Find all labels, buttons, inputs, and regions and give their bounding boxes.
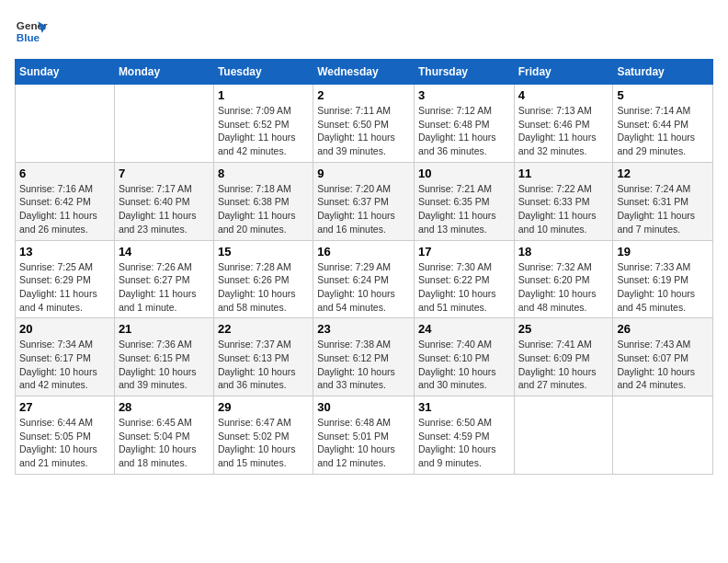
day-number: 12 — [617, 167, 709, 180]
calendar-cell: 29Sunrise: 6:47 AMSunset: 5:02 PMDayligh… — [213, 396, 313, 475]
day-number: 8 — [218, 167, 309, 180]
day-detail: Sunrise: 7:26 AMSunset: 6:27 PMDaylight:… — [119, 260, 210, 315]
day-number: 15 — [218, 245, 309, 259]
calendar-cell: 7Sunrise: 7:17 AMSunset: 6:40 PMDaylight… — [114, 162, 213, 240]
day-detail: Sunrise: 7:13 AMSunset: 6:46 PMDaylight:… — [518, 104, 609, 158]
weekday-header: Thursday — [414, 60, 514, 85]
day-detail: Sunrise: 7:09 AMSunset: 6:52 PMDaylight:… — [218, 104, 309, 158]
calendar-cell: 27Sunrise: 6:44 AMSunset: 5:05 PMDayligh… — [16, 396, 115, 475]
day-number: 16 — [317, 245, 410, 259]
calendar-cell — [16, 85, 115, 163]
day-number: 29 — [218, 400, 309, 414]
calendar-cell: 13Sunrise: 7:25 AMSunset: 6:29 PMDayligh… — [16, 240, 115, 318]
calendar-cell: 18Sunrise: 7:32 AMSunset: 6:20 PMDayligh… — [514, 240, 613, 318]
day-detail: Sunrise: 7:20 AMSunset: 6:37 PMDaylight:… — [317, 182, 410, 236]
day-detail: Sunrise: 7:41 AMSunset: 6:09 PMDaylight:… — [518, 338, 609, 392]
day-detail: Sunrise: 6:44 AMSunset: 5:05 PMDaylight:… — [19, 416, 110, 470]
day-number: 23 — [317, 322, 410, 336]
day-number: 6 — [19, 167, 110, 180]
calendar-cell: 1Sunrise: 7:09 AMSunset: 6:52 PMDaylight… — [213, 85, 313, 163]
day-detail: Sunrise: 6:48 AMSunset: 5:01 PMDaylight:… — [317, 416, 410, 470]
day-number: 10 — [418, 167, 510, 180]
day-detail: Sunrise: 7:16 AMSunset: 6:42 PMDaylight:… — [19, 182, 110, 236]
day-detail: Sunrise: 7:11 AMSunset: 6:50 PMDaylight:… — [317, 104, 410, 158]
day-number: 2 — [317, 88, 410, 102]
calendar-cell: 6Sunrise: 7:16 AMSunset: 6:42 PMDaylight… — [16, 162, 115, 240]
day-detail: Sunrise: 7:33 AMSunset: 6:19 PMDaylight:… — [617, 260, 709, 315]
day-number: 21 — [119, 322, 210, 336]
day-detail: Sunrise: 7:28 AMSunset: 6:26 PMDaylight:… — [218, 260, 309, 315]
day-number: 5 — [617, 88, 709, 102]
day-detail: Sunrise: 7:30 AMSunset: 6:22 PMDaylight:… — [418, 260, 510, 315]
day-detail: Sunrise: 7:12 AMSunset: 6:48 PMDaylight:… — [418, 104, 510, 158]
day-number: 24 — [418, 322, 510, 336]
day-number: 20 — [19, 322, 110, 336]
calendar-cell: 25Sunrise: 7:41 AMSunset: 6:09 PMDayligh… — [514, 318, 613, 396]
logo: General Blue — [15, 15, 48, 48]
day-number: 25 — [518, 322, 609, 336]
day-number: 11 — [518, 167, 609, 180]
logo-icon: General Blue — [15, 15, 48, 48]
day-detail: Sunrise: 7:24 AMSunset: 6:31 PMDaylight:… — [617, 182, 709, 236]
day-detail: Sunrise: 7:43 AMSunset: 6:07 PMDaylight:… — [617, 338, 709, 392]
calendar-cell — [514, 396, 613, 475]
day-number: 18 — [518, 245, 609, 259]
day-detail: Sunrise: 7:25 AMSunset: 6:29 PMDaylight:… — [19, 260, 110, 315]
calendar-cell: 14Sunrise: 7:26 AMSunset: 6:27 PMDayligh… — [114, 240, 213, 318]
day-number: 26 — [617, 322, 709, 336]
day-detail: Sunrise: 7:38 AMSunset: 6:12 PMDaylight:… — [317, 338, 410, 392]
calendar-cell: 22Sunrise: 7:37 AMSunset: 6:13 PMDayligh… — [213, 318, 313, 396]
calendar-cell: 4Sunrise: 7:13 AMSunset: 6:46 PMDaylight… — [514, 85, 613, 163]
calendar-cell: 23Sunrise: 7:38 AMSunset: 6:12 PMDayligh… — [313, 318, 415, 396]
calendar-cell: 11Sunrise: 7:22 AMSunset: 6:33 PMDayligh… — [514, 162, 613, 240]
calendar-cell: 24Sunrise: 7:40 AMSunset: 6:10 PMDayligh… — [414, 318, 514, 396]
day-detail: Sunrise: 7:18 AMSunset: 6:38 PMDaylight:… — [218, 182, 309, 236]
day-detail: Sunrise: 7:22 AMSunset: 6:33 PMDaylight:… — [518, 182, 609, 236]
page-header: General Blue — [15, 15, 713, 48]
day-number: 14 — [119, 245, 210, 259]
day-number: 3 — [418, 88, 510, 102]
day-detail: Sunrise: 7:14 AMSunset: 6:44 PMDaylight:… — [617, 104, 709, 158]
calendar-cell: 2Sunrise: 7:11 AMSunset: 6:50 PMDaylight… — [313, 85, 415, 163]
day-number: 31 — [418, 400, 510, 414]
day-number: 4 — [518, 88, 609, 102]
day-detail: Sunrise: 7:21 AMSunset: 6:35 PMDaylight:… — [418, 182, 510, 236]
calendar-cell: 9Sunrise: 7:20 AMSunset: 6:37 PMDaylight… — [313, 162, 415, 240]
day-detail: Sunrise: 7:17 AMSunset: 6:40 PMDaylight:… — [119, 182, 210, 236]
day-number: 27 — [19, 400, 110, 414]
calendar-week-row: 13Sunrise: 7:25 AMSunset: 6:29 PMDayligh… — [16, 240, 713, 318]
calendar-cell: 3Sunrise: 7:12 AMSunset: 6:48 PMDaylight… — [414, 85, 514, 163]
calendar-week-row: 27Sunrise: 6:44 AMSunset: 5:05 PMDayligh… — [16, 396, 713, 475]
calendar-cell: 16Sunrise: 7:29 AMSunset: 6:24 PMDayligh… — [313, 240, 415, 318]
day-number: 9 — [317, 167, 410, 180]
calendar-cell: 20Sunrise: 7:34 AMSunset: 6:17 PMDayligh… — [16, 318, 115, 396]
calendar-cell — [114, 85, 213, 163]
weekday-header: Friday — [514, 60, 613, 85]
calendar-cell: 10Sunrise: 7:21 AMSunset: 6:35 PMDayligh… — [414, 162, 514, 240]
weekday-header-row: SundayMondayTuesdayWednesdayThursdayFrid… — [16, 60, 713, 85]
weekday-header: Sunday — [16, 60, 115, 85]
weekday-header: Monday — [114, 60, 213, 85]
calendar-cell: 12Sunrise: 7:24 AMSunset: 6:31 PMDayligh… — [613, 162, 713, 240]
day-detail: Sunrise: 7:37 AMSunset: 6:13 PMDaylight:… — [218, 338, 309, 392]
day-number: 7 — [119, 167, 210, 180]
calendar-cell: 26Sunrise: 7:43 AMSunset: 6:07 PMDayligh… — [613, 318, 713, 396]
day-number: 1 — [218, 88, 309, 102]
day-detail: Sunrise: 6:50 AMSunset: 4:59 PMDaylight:… — [418, 416, 510, 470]
calendar-cell: 17Sunrise: 7:30 AMSunset: 6:22 PMDayligh… — [414, 240, 514, 318]
calendar-week-row: 20Sunrise: 7:34 AMSunset: 6:17 PMDayligh… — [16, 318, 713, 396]
calendar-cell: 5Sunrise: 7:14 AMSunset: 6:44 PMDaylight… — [613, 85, 713, 163]
svg-text:Blue: Blue — [17, 31, 40, 43]
day-number: 13 — [19, 245, 110, 259]
weekday-header: Saturday — [613, 60, 713, 85]
day-detail: Sunrise: 6:45 AMSunset: 5:04 PMDaylight:… — [119, 416, 210, 470]
day-detail: Sunrise: 6:47 AMSunset: 5:02 PMDaylight:… — [218, 416, 309, 470]
calendar-cell: 28Sunrise: 6:45 AMSunset: 5:04 PMDayligh… — [114, 396, 213, 475]
weekday-header: Wednesday — [313, 60, 415, 85]
calendar-cell: 19Sunrise: 7:33 AMSunset: 6:19 PMDayligh… — [613, 240, 713, 318]
day-number: 28 — [119, 400, 210, 414]
calendar-cell: 31Sunrise: 6:50 AMSunset: 4:59 PMDayligh… — [414, 396, 514, 475]
day-detail: Sunrise: 7:40 AMSunset: 6:10 PMDaylight:… — [418, 338, 510, 392]
calendar-cell — [613, 396, 713, 475]
day-detail: Sunrise: 7:32 AMSunset: 6:20 PMDaylight:… — [518, 260, 609, 315]
